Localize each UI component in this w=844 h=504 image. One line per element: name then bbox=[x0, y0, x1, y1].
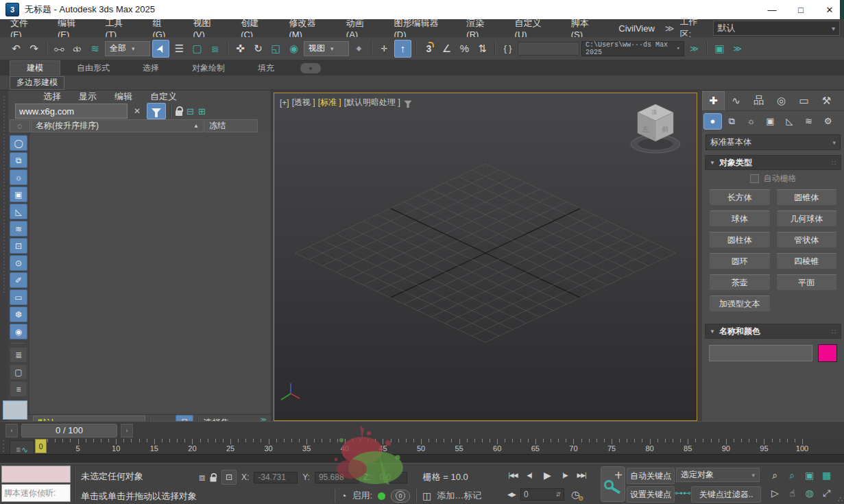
x-coordinate-field[interactable]: -34.731 bbox=[254, 472, 298, 483]
object-button-圆柱体[interactable]: 圆柱体 bbox=[709, 232, 771, 248]
menu-item-5[interactable]: 创建(C) bbox=[230, 19, 278, 37]
object-button-几何球体[interactable]: 几何球体 bbox=[776, 211, 838, 227]
frozen-column-header[interactable]: 冻结 bbox=[204, 119, 258, 132]
collapse-tree-icon[interactable]: ⊞ bbox=[198, 106, 206, 117]
object-name-input[interactable] bbox=[709, 345, 812, 361]
spinner-snap-icon[interactable]: ⇅ bbox=[474, 40, 490, 57]
zoom-extents-all-icon[interactable]: ▦ bbox=[818, 466, 835, 484]
search-input[interactable] bbox=[15, 104, 128, 119]
name-color-rollout[interactable]: ▼ 名称和颜色 ∷ bbox=[705, 324, 841, 339]
hierarchy-tab[interactable]: 品 bbox=[747, 91, 770, 110]
type-column-header[interactable]: ◌ bbox=[10, 119, 30, 132]
add-time-tag[interactable]: 添加…标记 bbox=[437, 490, 481, 502]
panel-thumbnail[interactable] bbox=[3, 400, 27, 420]
menu-item-11[interactable]: 脚本(S) bbox=[561, 19, 609, 37]
zoom-all-icon[interactable]: ⌕ bbox=[784, 466, 801, 484]
selection-lock-icon[interactable] bbox=[210, 477, 216, 481]
zoom-icon[interactable]: ⌕ bbox=[767, 466, 784, 484]
auto-key-button[interactable]: 自动关键点 bbox=[627, 468, 675, 484]
keyboard-override-icon[interactable]: ↑ bbox=[394, 40, 411, 58]
menu-item-10[interactable]: 自定义(U) bbox=[505, 19, 561, 37]
viewport-type-menu[interactable]: [标准 ] bbox=[318, 97, 341, 108]
set-keys-button[interactable]: + bbox=[601, 466, 625, 502]
menu-item-12[interactable]: CivilView bbox=[608, 19, 665, 37]
scene-object-list[interactable] bbox=[29, 132, 271, 414]
explorer-menu-2[interactable]: 编辑 bbox=[106, 91, 141, 103]
perspective-viewport[interactable]: [+] [透视 ] [标准 ] [默认明暗处理 ] 顶 左 bbox=[274, 93, 697, 421]
display-materials-icon[interactable]: ▭ bbox=[10, 289, 27, 305]
explorer-menu-3[interactable]: 自定义 bbox=[141, 91, 186, 103]
track-bar[interactable]: ≡∿ 0510152025303540455055606570758085909… bbox=[0, 439, 844, 463]
display-containers-icon[interactable]: ⊙ bbox=[10, 255, 27, 271]
viewport-shading-menu[interactable]: [默认明暗处理 ] bbox=[344, 97, 400, 108]
angle-snap-icon[interactable]: ∠ bbox=[439, 40, 455, 57]
orbit-icon[interactable]: ◍ bbox=[801, 484, 818, 502]
list-view-icon[interactable]: ≣ bbox=[10, 347, 27, 363]
menu-overflow-icon[interactable]: ≫ bbox=[665, 23, 675, 34]
frame-counter[interactable]: 0 / 100 bbox=[21, 424, 117, 437]
ribbon-tab-对象绘制[interactable]: 对象绘制 bbox=[176, 61, 241, 75]
clear-search-icon[interactable]: ✕ bbox=[132, 106, 143, 116]
reference-coordinate-dropdown[interactable]: 视图 ▾ bbox=[304, 41, 349, 56]
explorer-menu-0[interactable]: 选择 bbox=[34, 91, 70, 103]
display-geometry-icon[interactable]: ◯ bbox=[10, 135, 27, 151]
maximize-viewport-icon[interactable]: ⤢ bbox=[818, 484, 835, 502]
name-column-header[interactable]: 名称(按升序排序) ▲ bbox=[31, 119, 204, 132]
display-cameras-icon[interactable]: ▣ bbox=[10, 187, 27, 202]
select-and-move-icon[interactable]: ✜ bbox=[232, 40, 248, 57]
quick-access-overflow-icon[interactable]: ≫ bbox=[730, 40, 745, 57]
display-frozen-icon[interactable]: ❆ bbox=[10, 307, 27, 322]
menu-item-4[interactable]: 视图(V) bbox=[183, 19, 231, 37]
key-selection-dropdown[interactable]: 选定对象 ▾ bbox=[676, 468, 760, 482]
ribbon-minimize-dropdown[interactable]: ▾ bbox=[300, 63, 321, 73]
viewcube-front-label[interactable]: 前 bbox=[662, 125, 668, 133]
absolute-mode-icon[interactable]: ⊡ bbox=[221, 470, 237, 485]
previous-frame-arrow[interactable]: ‹ bbox=[5, 424, 18, 437]
create-tab[interactable]: ✚ bbox=[702, 91, 725, 110]
isolate-selection-icon[interactable]: ⧈ bbox=[199, 472, 205, 483]
resize-grip-icon[interactable]: ∴ bbox=[838, 495, 843, 504]
ribbon-tab-选择[interactable]: 选择 bbox=[126, 61, 176, 75]
undo-icon[interactable]: ↶ bbox=[8, 40, 24, 57]
menu-item-1[interactable]: 编辑(E) bbox=[47, 19, 95, 37]
object-button-球体[interactable]: 球体 bbox=[709, 211, 771, 227]
lock-icon[interactable] bbox=[176, 110, 182, 116]
explorer-menu-1[interactable]: 显示 bbox=[70, 91, 106, 103]
expand-tree-icon[interactable]: ⊟ bbox=[186, 106, 194, 117]
menu-item-9[interactable]: 渲染(R) bbox=[456, 19, 504, 37]
previous-frame-button[interactable]: ◀| bbox=[522, 468, 537, 482]
menu-item-2[interactable]: 工具(T) bbox=[95, 19, 143, 37]
security-count-button[interactable]: 0 bbox=[391, 490, 410, 503]
utilities-tab[interactable]: ⚒ bbox=[815, 91, 838, 110]
select-and-manipulate-icon[interactable]: ✛ bbox=[376, 40, 392, 57]
menu-item-3[interactable]: 组(G) bbox=[142, 19, 182, 37]
display-helpers-icon[interactable]: ◺ bbox=[10, 204, 27, 219]
systems-category[interactable]: ⚙ bbox=[819, 113, 837, 130]
viewcube-left-label[interactable]: 左 bbox=[642, 125, 649, 133]
security-shield-icon[interactable]: ◔ bbox=[341, 490, 346, 501]
viewport-general-menu[interactable]: [+] bbox=[280, 98, 289, 108]
shapes-category[interactable]: ⧉ bbox=[723, 113, 741, 130]
lights-category[interactable]: ☼ bbox=[742, 113, 760, 130]
object-color-swatch[interactable] bbox=[818, 344, 837, 362]
percent-snap-icon[interactable]: % bbox=[457, 40, 472, 57]
view-cube[interactable]: 顶 左 前 bbox=[624, 99, 687, 160]
window-crossing-icon[interactable]: ⧈ bbox=[207, 40, 223, 57]
y-coordinate-field[interactable]: 95.688 bbox=[315, 472, 359, 483]
z-coordinate-field[interactable]: 0.0 bbox=[376, 472, 407, 483]
time-configuration-icon[interactable]: ◷ ⚙ bbox=[571, 489, 579, 500]
display-bones-icon[interactable]: ✐ bbox=[10, 272, 27, 288]
modify-tab[interactable]: ∿ bbox=[725, 91, 747, 110]
go-to-start-button[interactable]: |◀◀ bbox=[505, 468, 520, 482]
viewport-pov-menu[interactable]: [透视 ] bbox=[292, 97, 315, 108]
workspace-dropdown[interactable]: 默认 ▾ bbox=[713, 21, 840, 36]
spacewarps-category[interactable]: ≋ bbox=[799, 113, 818, 130]
menu-item-6[interactable]: 修改器(M) bbox=[278, 19, 335, 37]
select-and-link-icon[interactable]: ⧟ bbox=[51, 40, 67, 57]
display-tab[interactable]: ▭ bbox=[793, 91, 815, 110]
ribbon-tab-建模[interactable]: 建模 bbox=[10, 60, 60, 75]
blank-view-icon[interactable]: ▢ bbox=[10, 364, 27, 380]
select-and-place-icon[interactable]: ◉ bbox=[286, 40, 302, 57]
display-spacewarps-icon[interactable]: ≋ bbox=[10, 221, 27, 237]
key-mode-toggle[interactable]: ◀▶ bbox=[505, 488, 518, 501]
